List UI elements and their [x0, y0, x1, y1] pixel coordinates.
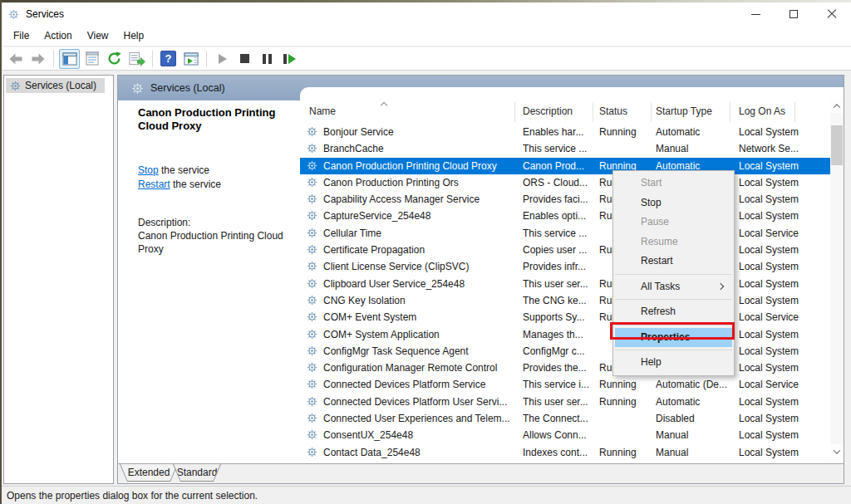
- column-header-log-on-as[interactable]: Log On As: [739, 105, 785, 120]
- tab-standard[interactable]: Standard: [173, 464, 221, 482]
- table-row[interactable]: Contact Data_254e48Indexes cont...Runnin…: [300, 444, 830, 461]
- restart-service-button[interactable]: [279, 49, 300, 69]
- pause-service-button[interactable]: [257, 49, 278, 69]
- stop-service-link[interactable]: Stop: [138, 164, 159, 176]
- column-divider[interactable]: [593, 102, 593, 122]
- table-row[interactable]: Connected User Experiences and Telem...T…: [300, 410, 830, 427]
- table-row[interactable]: COM+ Event SystemSupports Sy...RunningLo…: [300, 309, 830, 325]
- context-menu-separator: [615, 299, 732, 300]
- menu-view[interactable]: View: [80, 27, 116, 44]
- table-row[interactable]: Cellular TimeThis service ...Local Servi…: [300, 225, 830, 242]
- cell-name: ConfigMgr Task Sequence Agent: [323, 343, 513, 360]
- scrollbar-thumb[interactable]: [831, 125, 843, 165]
- restart-service-link[interactable]: Restart: [138, 179, 170, 190]
- menu-file[interactable]: File: [6, 27, 37, 44]
- minimize-button[interactable]: [736, 2, 775, 26]
- menu-action[interactable]: Action: [37, 27, 79, 44]
- cell-status: Running: [599, 394, 652, 410]
- column-divider[interactable]: [794, 102, 795, 122]
- scroll-up-button[interactable]: [830, 99, 844, 113]
- column-header-status[interactable]: Status: [599, 105, 627, 120]
- table-row[interactable]: ConfigMgr Task Sequence AgentConfigMgr c…: [300, 343, 830, 360]
- column-divider[interactable]: [730, 102, 730, 122]
- context-menu-item-resume[interactable]: Resume: [613, 232, 734, 252]
- table-row[interactable]: COM+ System ApplicationManages th...Loca…: [300, 326, 830, 343]
- cell-name: Connected Devices Platform Service: [323, 376, 513, 393]
- service-gear-icon: [307, 379, 317, 389]
- context-menu-item-refresh[interactable]: Refresh: [613, 302, 734, 322]
- scroll-down-button[interactable]: [830, 444, 844, 458]
- console-tree-panel: Services (Local): [3, 75, 114, 484]
- desktop-edge-left: [0, 0, 2, 504]
- table-row[interactable]: Canon Production Printing OrsORS - Cloud…: [300, 174, 830, 191]
- show-console-tree-icon: [62, 52, 77, 66]
- service-gear-icon: [307, 143, 317, 154]
- cell-name: Canon Production Printing Cloud Proxy: [323, 158, 513, 174]
- annotation-red-box: [610, 322, 735, 340]
- table-row[interactable]: Connected Devices Platform ServiceThis s…: [300, 376, 830, 393]
- tree-item-services-local[interactable]: Services (Local): [6, 78, 105, 93]
- show-action-pane-button[interactable]: [180, 49, 201, 69]
- help-button[interactable]: ?: [158, 49, 179, 69]
- cell-log-on-as: Local Service: [739, 309, 827, 325]
- export-list-button[interactable]: [126, 49, 147, 69]
- properties-window-icon: [85, 51, 100, 66]
- cell-status: Running: [599, 376, 652, 393]
- cell-status: Running: [599, 444, 652, 461]
- table-row[interactable]: Client License Service (ClipSVC)Provides…: [300, 258, 830, 275]
- table-row[interactable]: Clipboard User Service_254e48This user s…: [300, 276, 830, 292]
- context-menu-item-stop[interactable]: Stop: [613, 193, 734, 213]
- table-row[interactable]: Certificate PropagationCopies user ...Ru…: [300, 242, 830, 258]
- show-console-tree-button[interactable]: [59, 49, 80, 69]
- cell-name: CNG Key Isolation: [323, 292, 513, 309]
- table-row[interactable]: Configuration Manager Remote ControlProv…: [300, 360, 830, 376]
- cell-log-on-as: Local System: [739, 242, 827, 258]
- column-divider[interactable]: [514, 102, 515, 122]
- table-row[interactable]: Bonjour ServiceEnables har...RunningAuto…: [300, 124, 830, 140]
- forward-button[interactable]: [27, 49, 48, 69]
- stop-service-button[interactable]: [234, 49, 255, 69]
- refresh-button[interactable]: [104, 49, 125, 69]
- table-row[interactable]: Connected Devices Platform User Servi...…: [300, 394, 830, 410]
- cell-description: Supports Sy...: [523, 309, 594, 325]
- context-menu: StartStopPauseResumeRestartAll TasksRefr…: [612, 170, 735, 376]
- table-row[interactable]: CaptureService_254e48Enables opti...Runn…: [300, 208, 830, 224]
- cell-name: Contact Data_254e48: [323, 444, 513, 461]
- table-row[interactable]: BranchCacheThis service ...ManualNetwork…: [300, 140, 830, 157]
- cell-log-on-as: Local System: [739, 343, 827, 360]
- back-button[interactable]: [5, 49, 26, 69]
- service-gear-icon: [307, 244, 317, 255]
- column-header-name[interactable]: Name: [309, 105, 336, 120]
- table-row-selected[interactable]: Canon Production Printing Cloud ProxyCan…: [300, 158, 830, 174]
- selected-service-title: Canon Production Printing Cloud Proxy: [138, 106, 303, 133]
- cell-log-on-as: Local Service: [739, 376, 827, 393]
- cell-startup-type: Automatic: [656, 394, 735, 410]
- context-menu-item-help[interactable]: Help: [613, 353, 734, 373]
- pane-header-label: Services (Local): [150, 82, 225, 94]
- context-menu-item-start[interactable]: Start: [613, 174, 734, 193]
- context-menu-item-restart[interactable]: Restart: [613, 252, 734, 272]
- tab-extended[interactable]: Extended: [120, 464, 178, 482]
- properties-toolbar-button[interactable]: [81, 49, 102, 69]
- table-row[interactable]: CNG Key IsolationThe CNG ke...RunningLoc…: [300, 292, 830, 309]
- vertical-scrollbar[interactable]: [830, 99, 844, 458]
- menu-help[interactable]: Help: [116, 27, 152, 44]
- service-gear-icon: [307, 396, 317, 407]
- cell-name: Connected Devices Platform User Servi...: [323, 394, 513, 410]
- start-service-button[interactable]: [212, 49, 233, 69]
- service-gear-icon: [307, 447, 317, 458]
- close-button[interactable]: [813, 2, 851, 26]
- context-menu-item-pause[interactable]: Pause: [613, 213, 734, 232]
- maximize-button[interactable]: [775, 2, 813, 26]
- cell-description: This user ser...: [523, 394, 594, 410]
- menu-bar: FileActionViewHelp: [2, 26, 851, 46]
- column-header-description[interactable]: Description: [523, 105, 573, 120]
- table-row[interactable]: Capability Access Manager ServiceProvide…: [300, 191, 830, 208]
- column-divider[interactable]: [651, 102, 652, 122]
- context-menu-item-all-tasks[interactable]: All Tasks: [613, 277, 734, 297]
- context-menu-separator: [615, 350, 732, 350]
- maximize-icon: [790, 10, 798, 18]
- services-gear-icon: [10, 81, 21, 91]
- table-row[interactable]: ConsentUX_254e48Allows Conn...ManualLoca…: [300, 427, 830, 443]
- column-header-startup-type[interactable]: Startup Type: [656, 105, 712, 120]
